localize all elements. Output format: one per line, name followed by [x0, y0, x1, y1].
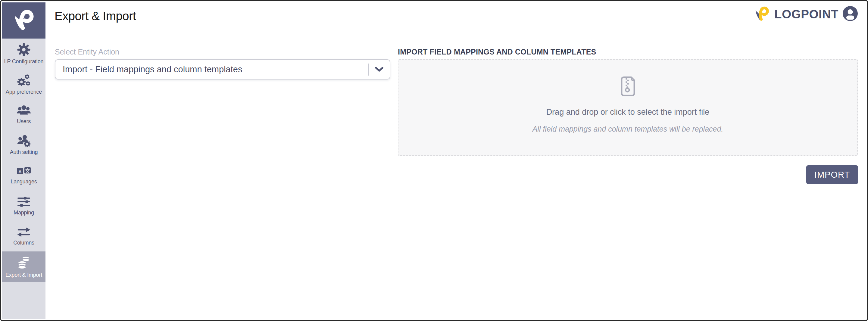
coins-stack-icon	[16, 255, 31, 270]
svg-text:A: A	[19, 169, 22, 174]
swap-arrows-icon	[17, 226, 31, 238]
sidebar: LP Configuration	[2, 2, 45, 319]
sidebar-item-mapping[interactable]: Mapping	[2, 191, 45, 221]
sliders-icon	[17, 196, 31, 208]
gears-icon	[17, 73, 31, 87]
users-gear-icon	[17, 135, 31, 147]
gear-icon	[17, 43, 31, 57]
entity-action-selected-value: Import - Field mappings and column templ…	[63, 64, 368, 74]
sidebar-item-label: App preference	[6, 89, 42, 95]
select-entity-label: Select Entity Action	[55, 47, 119, 56]
sidebar-item-label: Columns	[13, 240, 34, 246]
chevron-down-icon	[375, 67, 384, 72]
sidebar-item-label: Users	[17, 118, 31, 125]
translate-icon: A	[16, 166, 31, 177]
app-logo	[2, 2, 45, 38]
sidebar-item-label: Export & Import	[5, 272, 42, 278]
entity-action-select[interactable]: Import - Field mappings and column templ…	[55, 59, 390, 79]
dropzone-warning-note: All field mappings and column templates …	[532, 125, 723, 133]
sidebar-item-label: Languages	[10, 179, 37, 185]
sidebar-item-label: LP Configuration	[4, 58, 44, 65]
sidebar-nav: LP Configuration	[2, 38, 45, 282]
page-title: Export & Import	[55, 9, 136, 23]
import-panel-heading: IMPORT FIELD MAPPINGS AND COLUMN TEMPLAT…	[398, 47, 596, 56]
sidebar-item-auth-setting[interactable]: Auth setting	[2, 130, 45, 160]
header-divider	[55, 28, 858, 28]
user-avatar[interactable]	[842, 6, 858, 23]
logpoint-mark-icon	[12, 10, 36, 32]
file-dropzone[interactable]: Drag and drop or click to select the imp…	[398, 59, 858, 156]
sidebar-item-label: Mapping	[13, 210, 34, 216]
import-button[interactable]: IMPORT	[806, 165, 858, 184]
sidebar-item-columns[interactable]: Columns	[2, 221, 45, 251]
zip-file-icon	[619, 75, 637, 98]
sidebar-item-lp-configuration[interactable]: LP Configuration	[2, 38, 45, 69]
dropzone-instruction: Drag and drop or click to select the imp…	[546, 107, 710, 117]
sidebar-item-languages[interactable]: A Languages	[2, 160, 45, 191]
app-window: LP Configuration	[0, 0, 868, 321]
sidebar-item-users[interactable]: Users	[2, 99, 45, 130]
brand-cluster: LOGPOINT	[753, 6, 858, 23]
brand-wordmark: LOGPOINT	[774, 7, 838, 21]
logpoint-mark-icon	[753, 6, 770, 22]
users-icon	[17, 104, 31, 117]
sidebar-item-label: Auth setting	[10, 149, 38, 155]
sidebar-item-export-import[interactable]: Export & Import	[2, 251, 45, 282]
select-divider	[368, 64, 369, 75]
sidebar-item-app-preference[interactable]: App preference	[2, 69, 45, 99]
